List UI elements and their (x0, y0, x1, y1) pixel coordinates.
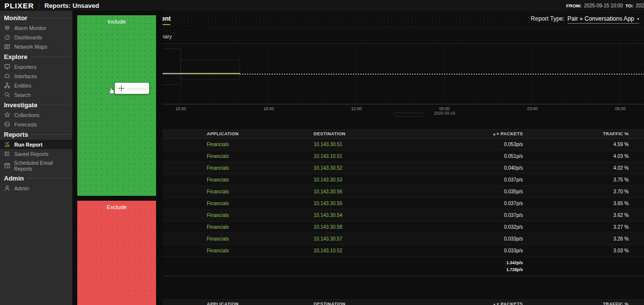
top-bar: PLIXER Reports: Unsaved FROM: 2025-09-15… (0, 0, 644, 11)
table-footer: 1.342p/s 1.728p/s (162, 257, 644, 276)
traffic-value: 4.03 % (523, 153, 644, 159)
section-title: Monitor (4, 14, 28, 22)
application-link[interactable]: Financials (207, 142, 314, 147)
packets-value: 0.053p/s (478, 142, 523, 147)
sidebar-section-header: Reports (0, 129, 72, 140)
sidebar-item-dashboards[interactable]: Dashboards (0, 32, 72, 42)
move-icon (118, 85, 125, 92)
sidebar-item-run-report[interactable]: Run Report (0, 140, 72, 149)
col-destination[interactable]: DESTINATION (314, 131, 478, 136)
exporters-icon (4, 63, 11, 70)
conversations-table: APPLICATION DESTINATION ▲▼PACKETS TRAFFI… (162, 129, 644, 276)
entities-icon (4, 82, 11, 89)
traffic-value: 3.75 % (523, 177, 644, 183)
table-row: Financials 10.143.30.54 0.037p/s 3.62 % (162, 210, 644, 221)
axis-scroll-handle[interactable] (394, 113, 424, 117)
col-traffic[interactable]: TRAFFIC % (523, 302, 644, 305)
destination-link[interactable]: 10.143.30.58 (314, 224, 478, 230)
sidebar-item-interfaces[interactable]: Interfaces (0, 71, 72, 81)
to-value[interactable]: 202 (636, 3, 644, 8)
packets-value: 0.032p/s (478, 224, 523, 230)
col-traffic[interactable]: TRAFFIC % (523, 131, 644, 136)
packets-value: 0.035p/s (478, 189, 523, 194)
destination-link[interactable]: 10.143.30.55 (314, 201, 478, 206)
report-type-control: Report Type: Pair » Conversations App ▾ (531, 15, 639, 24)
totals-row: 1.728p/s (162, 266, 644, 273)
x-axis-date-label: 2025-09-16 (425, 111, 464, 116)
dragged-filter-item[interactable] (115, 83, 149, 94)
logo-separator (39, 2, 39, 9)
table-row: Financials 10.143.30.56 0.035p/s 3.70 % (162, 186, 644, 198)
sidebar-item-alarm-monitor[interactable]: Alarm Monitor (0, 23, 72, 32)
col-application[interactable]: APPLICATION (207, 302, 314, 305)
report-type-dropdown[interactable]: Pair » Conversations App ▾ (568, 15, 639, 24)
sidebar-item-collections[interactable]: Collections (0, 110, 72, 120)
total-packets-1: 1.342p/s (478, 260, 523, 265)
destination-link[interactable]: 10.143.30.57 (314, 236, 478, 242)
packets-value: 0.037p/s (478, 177, 523, 183)
main-content: Current Report Type: Pair » Conversation… (72, 11, 644, 305)
sidebar-item-forecasts[interactable]: Forecasts (0, 120, 72, 129)
alarm-monitor-icon (4, 25, 11, 31)
application-link[interactable]: Financials (207, 213, 314, 218)
caret-down-icon: ▾ (637, 17, 639, 21)
sidebar-item-admin[interactable]: Admin (0, 183, 72, 193)
application-link[interactable]: Financials (207, 165, 314, 171)
include-drop-zone[interactable]: Include (77, 15, 156, 196)
table-row: Financials 10.143.30.53 0.037p/s 3.75 % (162, 174, 644, 186)
application-link[interactable]: Financials (207, 153, 314, 159)
second-table: APPLICATION DESTINATION ▲▼PACKETS TRAFFI… (162, 299, 644, 305)
col-packets[interactable]: ▲▼PACKETS (478, 131, 523, 136)
report-type-label: Report Type: (531, 15, 564, 22)
application-link[interactable]: Financials (207, 189, 314, 194)
sidebar-section-header: Monitor (0, 12, 72, 23)
collections-icon (4, 112, 11, 119)
table-row: Financials 10.143.30.58 0.032p/s 3.27 % (162, 221, 644, 233)
x-tick-label: 15:00 (166, 106, 195, 111)
sidebar: MonitorAlarm MonitorDashboardsNetwork Ma… (0, 11, 72, 305)
sidebar-item-network-maps[interactable]: Network Maps (0, 42, 72, 51)
packets-value: 0.040p/s (478, 165, 523, 171)
traffic-chart[interactable]: 15:0018:0021:0000:0003:0006:002025-09-16 (162, 43, 644, 116)
report-type-value: Pair » Conversations App (568, 15, 634, 22)
sidebar-item-scheduled-email-reports[interactable]: Scheduled Email Reports (0, 158, 72, 173)
application-link[interactable]: Financials (207, 224, 314, 230)
col-application[interactable]: APPLICATION (207, 131, 314, 136)
col-packets[interactable]: ▲▼PACKETS (478, 302, 523, 305)
sidebar-section-header: Investigate (0, 99, 72, 110)
packets-value: 0.033p/s (478, 248, 523, 253)
dashboards-icon (4, 34, 11, 41)
section-title: Explore (4, 53, 28, 61)
sidebar-item-saved-reports[interactable]: Saved Reports (0, 149, 72, 158)
application-link[interactable]: Financials (207, 248, 314, 253)
destination-link[interactable]: 10.143.30.52 (314, 165, 478, 171)
destination-link[interactable]: 10.143.30.53 (314, 177, 478, 183)
sidebar-item-search[interactable]: Search (0, 90, 72, 99)
destination-link[interactable]: 10.143.30.51 (314, 142, 478, 147)
table-row: Financials 10.143.10.51 0.051p/s 4.03 % (162, 151, 644, 162)
traffic-value: 3.03 % (523, 248, 644, 253)
col-destination[interactable]: DESTINATION (314, 302, 478, 305)
sidebar-section-header: Explore (0, 51, 72, 62)
destination-link[interactable]: 10.143.30.54 (314, 213, 478, 218)
x-tick-label: 06:00 (606, 106, 635, 111)
section-rule (31, 134, 70, 135)
sidebar-item-exporters[interactable]: Exporters (0, 62, 72, 71)
table-row: Financials 10.143.30.52 0.040p/s 4.02 % (162, 162, 644, 174)
application-link[interactable]: Financials (207, 177, 314, 183)
table-row: Financials 10.143.30.57 0.033p/s 3.26 % (162, 233, 644, 245)
exclude-drop-zone[interactable]: Exclude (77, 201, 156, 305)
application-link[interactable]: Financials (207, 201, 314, 206)
destination-link[interactable]: 10.143.30.56 (314, 189, 478, 194)
totals-row: 1.342p/s (162, 259, 644, 266)
sidebar-item-entities[interactable]: Entities (0, 81, 72, 90)
from-value[interactable]: 2025-09-15 10:00 (584, 3, 623, 8)
drag-item-placeholder (128, 89, 146, 90)
destination-link[interactable]: 10.143.10.51 (314, 153, 478, 159)
admin-icon (4, 185, 11, 192)
table-header: APPLICATION DESTINATION ▲▼PACKETS TRAFFI… (162, 129, 644, 139)
application-link[interactable]: Financials (207, 236, 314, 242)
forecasts-icon (4, 121, 11, 128)
destination-link[interactable]: 10.143.10.52 (314, 248, 478, 253)
sort-updown-icon: ▲▼ (492, 302, 499, 305)
